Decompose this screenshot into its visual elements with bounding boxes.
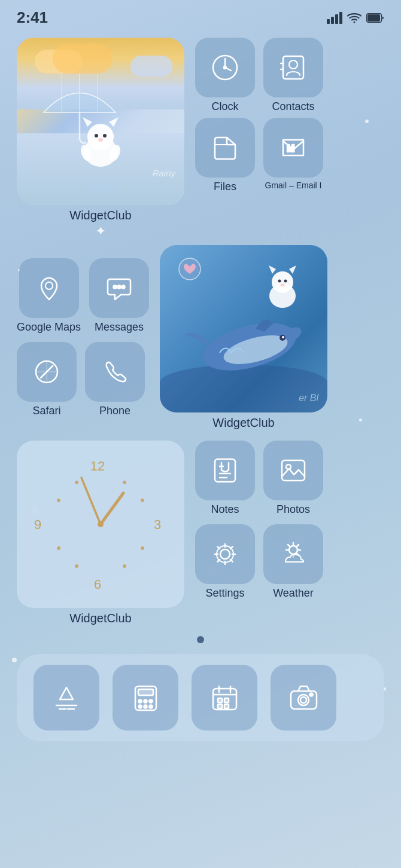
bottom-section: 12 3 6 9 — [17, 441, 384, 625]
safari-app[interactable]: Safari — [17, 342, 77, 417]
svg-text:3: 3 — [154, 517, 161, 532]
camera-icon — [287, 681, 320, 714]
weather-app[interactable]: Weather — [263, 524, 323, 600]
notes-icon — [210, 456, 240, 485]
svg-point-23 — [114, 285, 117, 288]
clock-widget-wrap[interactable]: 12 3 6 9 — [17, 441, 184, 625]
files-app[interactable]: Files — [195, 118, 255, 193]
googlemaps-icon-bg — [19, 258, 79, 318]
svg-point-8 — [103, 134, 107, 137]
status-icons — [327, 12, 384, 24]
gmail-label: Gmail – Email I — [265, 181, 322, 190]
widgetclub-label-1: WidgetClub — [69, 209, 131, 222]
weather-icon-bg — [263, 524, 323, 584]
svg-point-82 — [149, 705, 152, 708]
battery-icon — [366, 13, 384, 23]
phone-label: Phone — [99, 405, 130, 417]
svg-point-4 — [87, 124, 114, 150]
camera-dock[interactable] — [271, 665, 336, 731]
clock-widget: 12 3 6 9 — [17, 441, 184, 608]
svg-rect-90 — [224, 704, 229, 708]
svg-point-39 — [284, 280, 287, 283]
svg-text:12: 12 — [90, 459, 105, 473]
files-label: Files — [214, 181, 236, 193]
svg-marker-5 — [83, 117, 92, 127]
svg-text:6: 6 — [94, 577, 101, 592]
photos-label: Photos — [277, 503, 310, 516]
middle-row: Google Maps Messages — [17, 245, 384, 430]
bottom-icons-row2: Settings — [195, 524, 384, 600]
settings-label: Settings — [205, 587, 244, 600]
svg-rect-88 — [224, 698, 229, 702]
gmail-app[interactable]: M Gmail – Email I — [263, 118, 323, 193]
calendar-dock[interactable] — [192, 665, 257, 731]
svg-point-63 — [217, 546, 233, 563]
messages-icon-bg — [89, 258, 149, 318]
svg-point-92 — [298, 695, 309, 705]
bottom-right-icons: Notes Photos — [195, 441, 384, 600]
contacts-app[interactable]: Contacts — [263, 38, 323, 113]
svg-text:9: 9 — [34, 517, 41, 532]
clock-icon — [210, 53, 240, 82]
svg-point-52 — [57, 499, 60, 502]
top-row: Rainy WidgetClub ✦ — [17, 38, 384, 239]
right-icons-top: Clock Contacts — [195, 38, 384, 193]
googlemaps-label: Google Maps — [17, 321, 81, 334]
safari-label: Safari — [32, 405, 60, 417]
svg-rect-89 — [218, 704, 222, 708]
svg-point-15 — [224, 66, 226, 69]
svg-point-77 — [138, 699, 141, 702]
phone-app[interactable]: Phone — [85, 342, 145, 417]
gmail-icon-bg: M — [263, 118, 323, 178]
calculator-icon-bg — [113, 665, 178, 731]
middle-icons-row2: Safari Phone — [17, 342, 149, 417]
phone-icon-bg — [85, 342, 145, 402]
settings-app[interactable]: Settings — [195, 524, 255, 600]
clock-app[interactable]: Clock — [195, 38, 255, 113]
appstore-dock[interactable] — [34, 665, 99, 731]
page-dots — [197, 636, 204, 643]
widgetclub-widget-1[interactable]: Rainy WidgetClub ✦ — [17, 38, 184, 239]
messages-app[interactable]: Messages — [89, 258, 149, 334]
messages-icon — [104, 273, 134, 303]
contacts-label: Contacts — [272, 100, 314, 113]
bottom-icons-row1: Notes Photos — [195, 441, 384, 516]
svg-line-54 — [101, 493, 123, 524]
svg-line-71 — [297, 545, 299, 546]
middle-left-icons: Google Maps Messages — [17, 258, 149, 417]
contacts-icon-bg — [263, 38, 323, 97]
svg-text:M: M — [287, 143, 294, 154]
svg-marker-6 — [109, 117, 119, 127]
notes-icon-bg — [195, 441, 255, 500]
googlemaps-icon — [34, 273, 64, 303]
signal-icon — [327, 12, 342, 24]
settings-icon — [210, 539, 240, 569]
settings-icon-bg — [195, 524, 255, 584]
svg-rect-76 — [138, 689, 153, 695]
svg-point-35 — [272, 271, 293, 293]
weather-label: Weather — [273, 587, 314, 600]
calendar-icon-bg — [192, 665, 257, 731]
photos-icon — [278, 456, 308, 485]
notes-app[interactable]: Notes — [195, 441, 255, 516]
clock-widget-label: WidgetClub — [69, 612, 131, 625]
top-icons-row2: Files M Gmail – Email I — [195, 118, 384, 193]
dock — [17, 654, 384, 741]
svg-point-56 — [98, 521, 104, 527]
page-dot-1 — [197, 636, 204, 643]
safari-icon — [32, 357, 62, 387]
svg-point-47 — [141, 499, 144, 502]
svg-rect-60 — [282, 460, 305, 481]
notes-label: Notes — [211, 503, 239, 516]
googlemaps-app[interactable]: Google Maps — [17, 258, 81, 334]
calculator-icon — [129, 681, 162, 714]
analog-clock: 12 3 6 9 — [29, 453, 172, 596]
calculator-dock[interactable] — [113, 665, 178, 731]
photos-icon-bg — [263, 441, 323, 500]
svg-point-46 — [123, 481, 126, 484]
svg-point-94 — [309, 693, 312, 696]
svg-point-78 — [144, 699, 147, 702]
widgetclub-widget-2[interactable]: er Bl WidgetClub — [160, 245, 327, 430]
svg-point-24 — [118, 285, 121, 288]
photos-app[interactable]: Photos — [263, 441, 323, 516]
